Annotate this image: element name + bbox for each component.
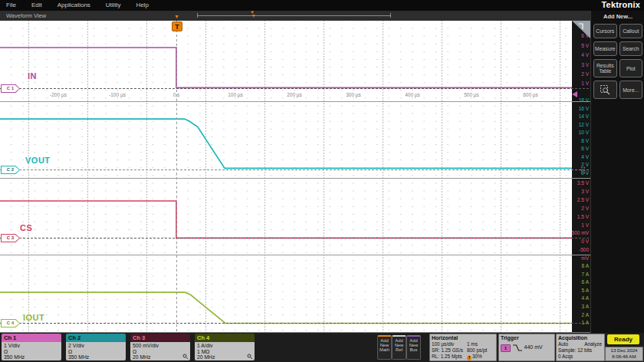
trigger-title: Trigger bbox=[499, 334, 554, 341]
ch1-badge[interactable]: Ch 1 1 V/divΩ350 MHz bbox=[2, 334, 61, 360]
time-tick: 400 µs bbox=[405, 92, 420, 97]
time-tick: 0 s bbox=[173, 92, 180, 97]
time-tick: 100 µs bbox=[228, 92, 243, 97]
oscilloscope-screen: FileEditApplicationsUtilityHelp Tektroni… bbox=[0, 0, 644, 362]
ch4-badge-title: Ch 4 bbox=[195, 334, 255, 342]
record-view-bar[interactable] bbox=[197, 15, 391, 16]
ch4-waveform-label: IOUT bbox=[23, 313, 44, 322]
time-tick: -200 µs bbox=[50, 92, 67, 97]
tektronix-logo: Tektronix bbox=[602, 0, 641, 11]
horizontal-badge[interactable]: Horizontal 100 µs/div1 ms SR: 1.25 GS/s8… bbox=[429, 334, 497, 361]
ch3-zero-line bbox=[0, 238, 589, 239]
trigger-marker-arrow-icon: ▼ bbox=[174, 14, 179, 20]
waveform-trace-vout bbox=[0, 119, 572, 168]
ch1-waveform-label: IN bbox=[28, 71, 37, 81]
record-trigger-flag-label: T bbox=[252, 14, 255, 18]
time-tick: 500 µs bbox=[464, 92, 479, 97]
ch3-badge-title: Ch 3 bbox=[130, 334, 190, 342]
ch2-zero-line bbox=[0, 169, 589, 170]
datetime-display: 13 Dec 2024 8:06:48 AM bbox=[605, 347, 643, 361]
menu-edit[interactable]: Edit bbox=[31, 2, 42, 8]
cursors-button[interactable]: Cursors bbox=[593, 24, 617, 38]
add-new-label: Add New... bbox=[591, 13, 644, 20]
trigger-position-marker[interactable]: T bbox=[172, 21, 182, 31]
acquisition-title: Acquisition bbox=[557, 334, 604, 341]
ch3-waveform-label: CS bbox=[20, 223, 32, 232]
ch3-badge[interactable]: Ch 3 500 mV/divΩ20 MHz bbox=[130, 334, 190, 360]
results-table-button[interactable]: Results Table bbox=[593, 59, 617, 77]
date-label: 13 Dec 2024 bbox=[606, 347, 642, 354]
ch2-badge-title: Ch 2 bbox=[66, 334, 126, 342]
channel-separator bbox=[0, 255, 590, 255]
ch4-axis-labels: 8 A7 A6 A5 A4 A3 A2 A1 A bbox=[571, 262, 590, 327]
more-button[interactable]: More... bbox=[619, 81, 643, 99]
ready-status-badge: Ready bbox=[607, 334, 639, 344]
measure-button[interactable]: Measure bbox=[593, 41, 617, 56]
ch2-zero-handle[interactable] bbox=[580, 166, 586, 174]
trigger-level-arrow[interactable] bbox=[572, 91, 577, 97]
zoom-area-button[interactable] bbox=[593, 81, 617, 99]
probe-icon bbox=[182, 354, 189, 360]
time-tick: 200 µs bbox=[287, 92, 302, 97]
falling-edge-icon bbox=[512, 344, 523, 352]
callout-button[interactable]: Callout bbox=[619, 24, 643, 38]
time-label: 8:06:48 AM bbox=[606, 354, 642, 360]
menu-help[interactable]: Help bbox=[136, 2, 148, 8]
sidebar: Add New... Cursors Callout Measure Searc… bbox=[590, 11, 644, 362]
zoom-area-icon bbox=[600, 84, 611, 95]
plot-button[interactable]: Plot bbox=[619, 59, 643, 77]
menu-utility[interactable]: Utility bbox=[106, 2, 121, 8]
add-new-ref-button[interactable]: Add New Ref bbox=[392, 335, 406, 360]
time-tick: -100 µs bbox=[109, 92, 126, 97]
ch4-zero-line bbox=[0, 323, 589, 324]
ch4-badge[interactable]: Ch 4 1 A/div1 MΩ20 MHz bbox=[195, 334, 255, 360]
ch1-badge-title: Ch 1 bbox=[2, 334, 61, 342]
waveform-trace-cs bbox=[0, 201, 572, 238]
menu-applications[interactable]: Applications bbox=[58, 2, 90, 8]
record-view-right-tick bbox=[390, 13, 391, 18]
trigger-slope-corner-icon[interactable] bbox=[572, 21, 590, 39]
search-button[interactable]: Search bbox=[619, 41, 643, 56]
ch2-axis-labels: 18 V16 V14 V12 V10 V8 V6 V4 V2 V0 V bbox=[571, 97, 590, 177]
channel-separator bbox=[0, 178, 590, 179]
ch2-waveform-label: VOUT bbox=[25, 156, 51, 165]
add-new-math-button[interactable]: Add New Math bbox=[377, 335, 392, 360]
trigger-level-value: 440 mV bbox=[524, 344, 543, 350]
acquisition-badge[interactable]: Acquisition AutoAnalyze Sample: 12 bits … bbox=[556, 334, 605, 361]
ch3-axis-labels: 3.5 V3 V2.5 V2 V1.5 V1 V500 mV0 V-500 mV bbox=[571, 179, 590, 263]
trigger-badge[interactable]: Trigger 1 440 mV bbox=[498, 334, 555, 361]
add-new-bus-button[interactable]: Add New Bus bbox=[406, 335, 421, 360]
time-tick: 300 µs bbox=[346, 92, 361, 97]
trigger-position-gridline bbox=[176, 21, 177, 332]
trigger-position-icon: T bbox=[467, 356, 472, 360]
record-view-left-tick bbox=[197, 13, 198, 18]
waveform-trace-in bbox=[0, 48, 572, 87]
channel-separator bbox=[0, 101, 590, 102]
waveform-trace-iout bbox=[0, 292, 572, 323]
time-tick: 600 µs bbox=[523, 92, 538, 97]
ch1-zero-line bbox=[0, 88, 589, 89]
horizontal-title: Horizontal bbox=[430, 334, 496, 341]
trigger-source-chip: 1 bbox=[501, 344, 511, 352]
ch2-badge[interactable]: Ch 2 2 V/divΩ350 MHz bbox=[66, 334, 126, 360]
menu-file[interactable]: File bbox=[6, 2, 16, 8]
waveform-traces bbox=[0, 21, 572, 332]
probe-icon bbox=[247, 354, 253, 360]
bottom-bar: Ch 1 1 V/divΩ350 MHz Ch 2 2 V/divΩ350 MH… bbox=[0, 333, 644, 362]
menu-bar: FileEditApplicationsUtilityHelp bbox=[0, 0, 644, 11]
tab-waveform-view[interactable]: Waveform View bbox=[6, 11, 46, 21]
